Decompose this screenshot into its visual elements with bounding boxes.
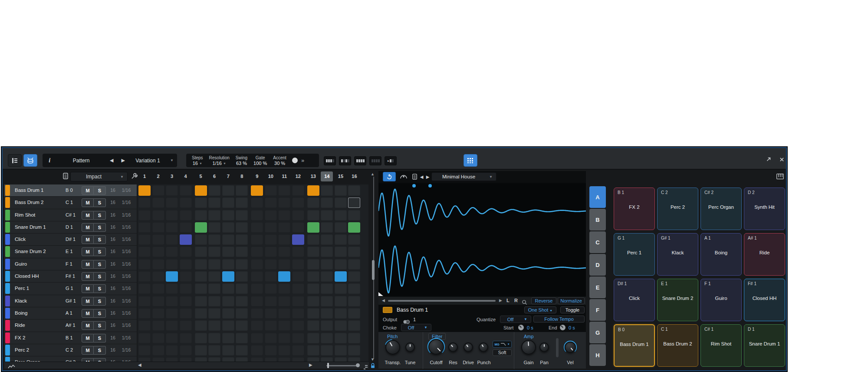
- start-knob[interactable]: [518, 325, 524, 330]
- scroll-right-button[interactable]: ▶: [309, 362, 312, 367]
- step-cell[interactable]: [335, 333, 347, 343]
- track-resolution[interactable]: 1/16: [120, 261, 133, 267]
- solo-button[interactable]: S: [94, 346, 106, 355]
- step-cell[interactable]: [208, 271, 220, 282]
- step-cell[interactable]: [307, 210, 319, 221]
- step-column-6[interactable]: 6: [208, 171, 220, 181]
- step-cell[interactable]: [180, 198, 192, 208]
- step-cell[interactable]: [278, 234, 290, 245]
- track-length[interactable]: 16: [108, 237, 118, 242]
- step-cell[interactable]: [335, 198, 347, 208]
- document-icon[interactable]: [411, 172, 418, 181]
- mute-button[interactable]: M: [82, 272, 94, 281]
- step-cell[interactable]: [166, 283, 178, 294]
- step-cell[interactable]: [321, 271, 333, 282]
- cutoff-knob[interactable]: [428, 339, 444, 355]
- step-cell[interactable]: [222, 234, 234, 245]
- step-cell[interactable]: [138, 271, 151, 282]
- step-cell[interactable]: [335, 271, 347, 282]
- step-cell[interactable]: [222, 296, 234, 306]
- data-list-icon[interactable]: [364, 363, 368, 371]
- track-row[interactable]: Bass Drum 2C 1MS161/16: [4, 197, 137, 209]
- zoom-slider-dot[interactable]: [356, 363, 360, 367]
- step-cell[interactable]: [307, 259, 319, 270]
- solo-button[interactable]: S: [94, 211, 106, 220]
- step-cell[interactable]: [348, 198, 360, 208]
- pad-rim-shot[interactable]: C# 1Rim Shot: [700, 324, 742, 367]
- step-cell[interactable]: [222, 259, 234, 270]
- step-cell[interactable]: [265, 185, 277, 196]
- previous-preset-button[interactable]: ◀: [419, 172, 424, 181]
- chevron-down-icon[interactable]: ▼: [199, 161, 202, 166]
- track-row[interactable]: Perc 1G 1MS161/16: [4, 283, 137, 295]
- step-cell[interactable]: [335, 296, 347, 306]
- step-cell[interactable]: [166, 357, 178, 362]
- step-cell[interactable]: [307, 357, 319, 362]
- step-cell[interactable]: [166, 222, 178, 233]
- step-cell[interactable]: [278, 296, 290, 306]
- step-cell[interactable]: [180, 185, 192, 196]
- step-cell[interactable]: [348, 320, 360, 331]
- step-cell[interactable]: [321, 296, 333, 306]
- step-cell[interactable]: [335, 247, 347, 257]
- scroll-up-button[interactable]: ▲: [371, 172, 375, 176]
- step-cell[interactable]: [180, 296, 192, 306]
- mute-button[interactable]: M: [82, 235, 94, 244]
- pad-bass-drum-2[interactable]: C 1Bass Drum 2: [657, 324, 698, 367]
- step-cell[interactable]: [152, 333, 164, 343]
- solo-button[interactable]: S: [94, 272, 106, 281]
- choke-select[interactable]: Off ▼: [401, 324, 431, 331]
- scroll-left-button[interactable]: ◀: [138, 362, 141, 367]
- step-cell[interactable]: [138, 222, 151, 233]
- step-cell[interactable]: [236, 308, 248, 319]
- step-cell[interactable]: [152, 234, 164, 245]
- left-channel-button[interactable]: L: [506, 298, 510, 303]
- step-cell[interactable]: [251, 308, 263, 319]
- step-cell[interactable]: [180, 320, 192, 331]
- track-resolution[interactable]: 1/16: [120, 273, 133, 279]
- mute-button[interactable]: M: [82, 247, 94, 256]
- step-cell[interactable]: [166, 185, 178, 196]
- step-cell[interactable]: [208, 283, 220, 294]
- step-cell[interactable]: [236, 271, 248, 282]
- solo-button[interactable]: S: [94, 284, 106, 293]
- step-cell[interactable]: [251, 345, 263, 356]
- step-cell[interactable]: [348, 222, 360, 233]
- pad-snare-drum-1[interactable]: D 1Snare Drum 1: [744, 324, 785, 367]
- step-column-4[interactable]: 4: [180, 171, 192, 181]
- tune-knob[interactable]: [405, 342, 415, 352]
- step-cell[interactable]: [195, 357, 207, 362]
- step-cell[interactable]: [348, 247, 360, 257]
- step-cell[interactable]: [251, 259, 263, 270]
- solo-button[interactable]: S: [94, 186, 106, 195]
- step-cell[interactable]: [195, 296, 207, 306]
- timestretch-icon[interactable]: [398, 172, 409, 181]
- step-cell[interactable]: [180, 234, 192, 245]
- pad-bank-h[interactable]: H: [589, 344, 606, 366]
- step-cell[interactable]: [195, 247, 207, 257]
- filter-type-select[interactable]: MG ▼: [493, 341, 512, 348]
- step-cell[interactable]: [166, 259, 178, 270]
- step-cell[interactable]: [321, 308, 333, 319]
- step-cell[interactable]: [278, 345, 290, 356]
- step-cell[interactable]: [307, 320, 319, 331]
- solo-button[interactable]: S: [94, 223, 106, 232]
- normalize-button[interactable]: Normalize: [558, 297, 585, 304]
- pad-closed-hh[interactable]: F# 1Closed HH: [744, 279, 785, 321]
- track-length[interactable]: 16: [108, 200, 118, 205]
- step-cell[interactable]: [166, 271, 178, 282]
- step-cell[interactable]: [138, 259, 151, 270]
- step-cell[interactable]: [292, 296, 304, 306]
- pad-bank-b[interactable]: B: [589, 209, 606, 230]
- step-cell[interactable]: [251, 271, 263, 282]
- step-cell[interactable]: [251, 222, 263, 233]
- track-row[interactable]: FX 2B 1MS161/16: [4, 332, 137, 344]
- step-cell[interactable]: [195, 308, 207, 319]
- step-cell[interactable]: [222, 210, 234, 221]
- reverse-button[interactable]: Reverse: [531, 297, 556, 304]
- pad-ride[interactable]: A# 1Ride: [744, 233, 785, 276]
- step-cell[interactable]: [265, 259, 277, 270]
- step-cell[interactable]: [278, 198, 290, 208]
- output-value[interactable]: 1: [413, 317, 416, 322]
- step-cell[interactable]: [265, 296, 277, 306]
